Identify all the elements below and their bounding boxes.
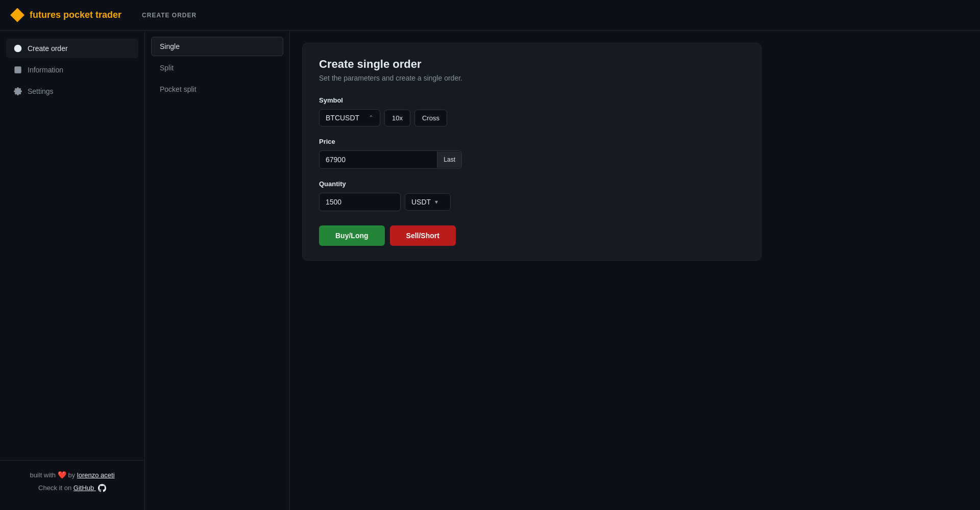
logo: futures pocket trader	[10, 8, 121, 22]
symbol-label: Symbol	[319, 96, 745, 104]
action-buttons: Buy/Long Sell/Short	[319, 225, 745, 246]
built-with-text: built with	[30, 471, 56, 479]
order-type-pocket-split[interactable]: Pocket split	[151, 80, 283, 99]
leverage-badge[interactable]: 10x	[384, 110, 410, 126]
order-card-title: Create single order	[319, 58, 745, 71]
price-section: Price Last	[319, 138, 745, 169]
logo-text: futures pocket trader	[30, 10, 121, 20]
symbol-select[interactable]: BTCUSDT ⌃	[319, 109, 380, 126]
symbol-section: Symbol BTCUSDT ⌃ 10x Cross	[319, 96, 745, 126]
sidebar-item-label-create-order: Create order	[28, 44, 68, 53]
sidebar-footer: built with ❤️ by lorenzo aceti Check it …	[0, 460, 144, 502]
logo-diamond-icon	[10, 8, 24, 22]
quantity-unit-value: USDT	[411, 198, 431, 206]
symbol-value: BTCUSDT	[326, 114, 359, 122]
app-header: futures pocket trader CREATE ORDER	[0, 0, 980, 31]
content-area: Create single order Set the parameters a…	[290, 31, 980, 510]
quantity-label: Quantity	[319, 180, 745, 188]
order-type-panel: Single Split Pocket split	[145, 31, 290, 510]
order-card: Create single order Set the parameters a…	[302, 43, 762, 261]
author-link[interactable]: lorenzo aceti	[77, 471, 115, 479]
sidebar: Create order Information	[0, 31, 145, 510]
order-type-split[interactable]: Split	[151, 58, 283, 78]
header-page-title: CREATE ORDER	[142, 12, 197, 19]
symbol-row: BTCUSDT ⌃ 10x Cross	[319, 109, 745, 126]
price-last-button[interactable]: Last	[437, 151, 461, 168]
logo-word1: futures	[30, 10, 61, 20]
price-input-wrapper: Last	[319, 150, 462, 169]
quantity-section: Quantity USDT ▾	[319, 180, 745, 211]
price-input[interactable]	[320, 151, 437, 168]
sidebar-item-label-information: Information	[28, 66, 63, 74]
logo-word2: pocket trader	[63, 10, 121, 20]
github-link[interactable]: GitHub	[74, 484, 106, 492]
margin-mode-badge[interactable]: Cross	[414, 110, 447, 126]
quantity-chevron-icon: ▾	[435, 198, 438, 206]
heart-icon: ❤️	[58, 471, 68, 479]
quantity-row: USDT ▾	[319, 193, 745, 211]
sidebar-nav: Create order Information	[0, 39, 144, 460]
sidebar-item-information[interactable]: Information	[6, 60, 138, 80]
price-row: Last	[319, 150, 745, 169]
main-layout: Create order Information	[0, 31, 980, 510]
plus-circle-icon	[13, 44, 22, 53]
sell-short-button[interactable]: Sell/Short	[390, 225, 456, 246]
quantity-unit-select[interactable]: USDT ▾	[405, 193, 451, 211]
order-card-subtitle: Set the parameters and create a single o…	[319, 74, 745, 82]
settings-icon	[13, 87, 22, 96]
check-it-on-text: Check it on	[38, 484, 71, 492]
quantity-input[interactable]	[319, 193, 401, 211]
symbol-chevron-icon: ⌃	[369, 114, 374, 121]
price-label: Price	[319, 138, 745, 145]
sidebar-item-label-settings: Settings	[28, 87, 54, 95]
sidebar-item-create-order[interactable]: Create order	[6, 39, 138, 58]
by-text: by	[68, 471, 76, 479]
order-type-single[interactable]: Single	[151, 37, 283, 56]
buy-long-button[interactable]: Buy/Long	[319, 225, 385, 246]
info-icon	[13, 65, 22, 74]
sidebar-item-settings[interactable]: Settings	[6, 82, 138, 101]
